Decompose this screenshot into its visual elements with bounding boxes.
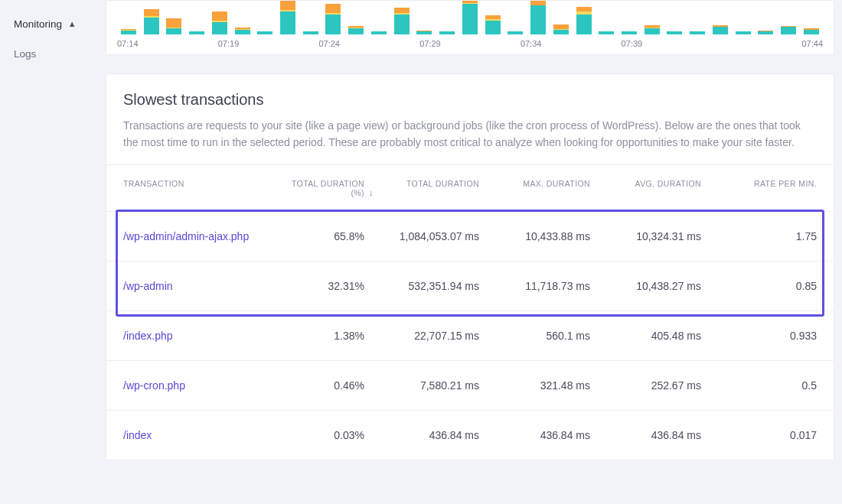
pin-icon: ▲ — [68, 19, 77, 28]
panel-header: Slowest transactions Transactions are re… — [106, 74, 834, 165]
chart-tick: 07:44 — [722, 39, 823, 48]
table-row[interactable]: /wp-admin32.31%532,351.94 ms11,718.73 ms… — [106, 261, 834, 311]
cell-rate: 0.5 — [701, 379, 817, 392]
cell-total-dur: 532,351.94 ms — [364, 280, 479, 292]
cell-max-dur: 10,433.88 ms — [479, 230, 590, 242]
chart-tick: 07:19 — [218, 39, 319, 48]
table-row[interactable]: /index.php1.38%22,707.15 ms560.1 ms405.4… — [106, 311, 834, 360]
cell-avg-dur: 405.48 ms — [590, 330, 701, 342]
table-row[interactable]: /wp-cron.php0.46%7,580.21 ms321.48 ms252… — [106, 360, 834, 410]
table-body: /wp-admin/admin-ajax.php65.8%1,084,053.0… — [106, 211, 834, 460]
cell-total-dur: 7,580.21 ms — [364, 379, 479, 392]
table-row[interactable]: /wp-admin/admin-ajax.php65.8%1,084,053.0… — [106, 211, 834, 261]
cell-max-dur: 436.84 ms — [479, 429, 590, 441]
cell-rate: 1.75 — [701, 230, 817, 242]
col-header-total-dur[interactable]: TOTAL DURATION — [364, 179, 479, 197]
table-row[interactable]: /index0.03%436.84 ms436.84 ms436.84 ms0.… — [106, 410, 834, 460]
cell-total-pct: 0.46% — [288, 379, 364, 392]
cell-total-pct: 65.8% — [288, 230, 364, 242]
chart-bars — [117, 1, 823, 34]
chart-tick: 07:14 — [117, 39, 218, 48]
col-header-transaction[interactable]: TRANSACTION — [123, 179, 288, 197]
transaction-link[interactable]: /wp-admin — [123, 280, 173, 292]
cell-total-dur: 1,084,053.07 ms — [364, 230, 479, 242]
chart-card: 07:1407:1907:2407:2907:3407:3907:44 — [106, 0, 834, 55]
sidebar: Monitoring ▲ Logs — [0, 0, 92, 476]
slowest-transactions-panel: Slowest transactions Transactions are re… — [106, 73, 834, 460]
col-header-avg-dur[interactable]: AVG. DURATION — [590, 179, 701, 197]
cell-total-pct: 32.31% — [288, 280, 364, 292]
cell-avg-dur: 10,324.31 ms — [590, 230, 701, 242]
sidebar-item-label: Logs — [14, 48, 36, 60]
col-header-total-pct[interactable]: TOTAL DURATION (%) ↓ — [288, 179, 364, 197]
sidebar-item-label: Monitoring — [14, 18, 62, 30]
panel-description: Transactions are requests to your site (… — [123, 118, 817, 151]
chart-tick: 07:39 — [622, 39, 723, 48]
main-content: 07:1407:1907:2407:2907:3407:3907:44 Slow… — [92, 0, 842, 476]
transactions-table: TRANSACTION TOTAL DURATION (%) ↓ TOTAL D… — [106, 165, 834, 460]
sidebar-item-logs[interactable]: Logs — [14, 39, 92, 69]
chart-tick: 07:24 — [318, 39, 419, 48]
transaction-link[interactable]: /index — [123, 429, 152, 441]
col-header-rate[interactable]: RATE PER MIN. — [701, 179, 817, 197]
cell-total-dur: 436.84 ms — [364, 429, 479, 441]
chart-tick: 07:34 — [521, 39, 622, 48]
cell-total-pct: 0.03% — [288, 429, 364, 441]
cell-max-dur: 321.48 ms — [479, 379, 590, 392]
cell-total-pct: 1.38% — [288, 330, 364, 342]
chart-tick: 07:29 — [419, 39, 521, 48]
cell-total-dur: 22,707.15 ms — [364, 330, 479, 342]
cell-avg-dur: 436.84 ms — [590, 429, 701, 441]
transaction-link[interactable]: /wp-admin/admin-ajax.php — [123, 230, 249, 242]
sidebar-item-monitoring[interactable]: Monitoring ▲ — [14, 9, 92, 39]
sort-desc-icon: ↓ — [369, 188, 374, 197]
chart-ticks: 07:1407:1907:2407:2907:3407:3907:44 — [117, 39, 823, 48]
cell-max-dur: 11,718.73 ms — [479, 280, 590, 292]
transaction-link[interactable]: /index.php — [123, 330, 173, 342]
cell-avg-dur: 10,438.27 ms — [590, 280, 701, 292]
col-header-max-dur[interactable]: MAX. DURATION — [479, 179, 590, 197]
cell-rate: 0.85 — [701, 280, 817, 292]
col-header-label: TOTAL DURATION (%) — [292, 179, 364, 197]
panel-title: Slowest transactions — [123, 91, 817, 109]
table-header-row: TRANSACTION TOTAL DURATION (%) ↓ TOTAL D… — [106, 165, 834, 211]
transaction-link[interactable]: /wp-cron.php — [123, 379, 185, 392]
cell-rate: 0.933 — [701, 330, 817, 342]
cell-avg-dur: 252.67 ms — [590, 379, 701, 392]
cell-max-dur: 560.1 ms — [479, 330, 590, 342]
cell-rate: 0.017 — [701, 429, 817, 441]
